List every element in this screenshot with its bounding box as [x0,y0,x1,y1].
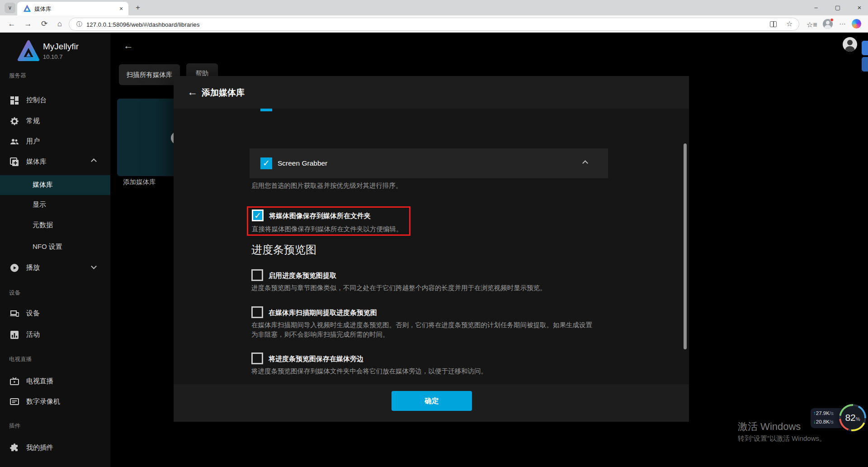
window-minimize-button[interactable]: – [809,2,823,14]
chevron-up-icon [91,158,97,164]
sidebar-subitem-display[interactable]: 显示 [0,195,110,215]
screen-grabber-label: Screen Grabber [278,159,327,167]
browser-reload-button[interactable]: ⟳ [39,19,50,29]
dialog-header: ← 添加媒体库 [174,76,689,109]
dashboard-icon [10,96,19,105]
dialog-back-icon[interactable]: ← [187,86,198,98]
save-images-checkbox[interactable]: ✓ [252,210,264,221]
sidebar-item-myplugins[interactable]: 我的插件 [0,438,110,458]
copilot-icon[interactable] [852,19,861,29]
add-library-dialog: ← 添加媒体库 ✓ Screen Grabber 启用您首选的图片获取器并按优先… [174,76,689,422]
play-circle-icon [10,263,19,272]
browser-forward-button[interactable]: → [23,19,33,29]
download-speed: ↓20.8K/s [813,419,834,424]
sidebar-subitem-label: 元数据 [33,221,53,229]
sidebar-item-dashboard[interactable]: 控制台 [0,91,110,110]
address-bar[interactable]: ⓘ 127.0.0.1:58096/web/#/dashboard/librar… [69,18,799,31]
trickplay-enable-checkbox[interactable] [251,269,263,281]
tab-title: 媒体库 [34,5,52,13]
split-screen-icon[interactable] [770,21,777,27]
trickplay-scan-helper: 在媒体库扫描期间导入视频时生成进度条预览图。否则，它们将在进度条预览图的计划任务… [251,320,613,339]
library-icon [10,157,19,167]
browser-toolbar: ← → ⟳ ⌂ ⓘ 127.0.0.1:58096/web/#/dashboar… [0,15,868,33]
sidebar-item-label: 媒体库 [26,157,47,166]
sidebar-section-plugins: 插件 [9,422,20,430]
profile-notification-dot [830,18,834,22]
sidebar-item-dvr[interactable]: 数字录像机 [0,392,110,412]
browser-back-button[interactable]: ← [6,19,17,29]
dialog-footer: 确定 [174,384,689,422]
sidebar-section-livetv: 电视直播 [9,356,32,363]
sidebar-item-label: 电视直播 [26,377,53,386]
sidebar-item-livetv[interactable]: 电视直播 [0,372,110,391]
sidebar-item-playback[interactable]: 播放 [0,258,110,278]
upload-value: 27.9K [816,410,830,416]
sidebar-item-devices[interactable]: 设备 [0,304,110,324]
browser-menu-ellipsis-icon[interactable]: … [839,18,846,26]
highlight-red-box: ✓ 将媒体图像保存到媒体所在文件夹 直接将媒体图像保存到媒体所在文件夹以方便编辑… [247,206,410,236]
sidebar: MyJellyfir 10.10.7 服务器 控制台 常规 用户 [0,33,110,467]
edge-flyout-icon-bottom[interactable] [862,57,868,71]
gauge-inner: 82% [841,406,864,429]
app-name: MyJellyfir [43,42,79,52]
new-tab-button[interactable]: + [134,4,142,12]
activity-chart-icon [10,330,19,339]
sidebar-section-devices: 设备 [9,289,20,297]
add-library-card-label: 添加媒体库 [123,178,156,186]
sidebar-item-label: 播放 [26,263,40,272]
plugin-puzzle-icon [10,443,19,453]
performance-gauge[interactable]: 82% [839,404,866,431]
ok-button[interactable]: 确定 [392,391,472,411]
trickplay-scan-label: 在媒体库扫描期间提取进度条预览图 [269,309,377,317]
sidebar-item-label: 用户 [26,137,40,146]
avatar-head-shape [847,40,853,45]
sidebar-subitem-metadata[interactable]: 元数据 [0,215,110,235]
sidebar-subitem-label: 显示 [33,200,46,209]
window-close-button[interactable]: × [853,2,866,14]
sidebar-item-users[interactable]: 用户 [0,132,110,152]
favorite-star-icon[interactable]: ☆ [786,19,793,28]
dialog-scrollbar-thumb[interactable] [684,143,687,349]
trickplay-sidecar-helper: 将进度条预览图保存到媒体文件夹中会将它们放在媒体旁边，以便于迁移和访问。 [251,367,487,376]
edge-flyout-icon-top[interactable] [862,41,868,55]
site-info-icon[interactable]: ⓘ [76,20,82,29]
tab-list-chevron-icon[interactable]: ∨ [5,3,15,13]
sidebar-subitem-label: NFO 设置 [33,243,62,251]
screen-grabber-checkbox[interactable]: ✓ [260,157,272,169]
sidebar-item-activity[interactable]: 活动 [0,325,110,345]
favorites-bar-icon[interactable]: ☆≡ [807,20,817,29]
trickplay-heading: 进度条预览图 [251,243,316,257]
sidebar-subitem-nfo[interactable]: NFO 设置 [0,237,110,257]
sidebar-subitem-libraries-selected[interactable]: 媒体库 [0,175,110,195]
tab-close-icon[interactable]: × [118,5,125,12]
upload-speed: ↑27.9K/s [813,410,834,416]
sidebar-item-label: 活动 [26,330,40,339]
user-avatar[interactable] [843,37,857,52]
sidebar-section-server: 服务器 [9,72,26,80]
move-up-chevron-icon[interactable] [582,160,588,166]
download-unit: /s [830,419,834,424]
page-back-icon[interactable]: ← [123,40,133,52]
jellyfin-logo [17,40,40,62]
sidebar-item-label: 设备 [26,309,40,318]
cutoff-checkbox-sliver [260,109,272,111]
sidebar-item-general[interactable]: 常规 [0,111,110,131]
window-maximize-button[interactable]: ▢ [831,2,844,14]
chevron-down-icon [91,263,97,269]
trickplay-sidecar-checkbox[interactable] [251,353,263,364]
users-icon [10,137,19,146]
browser-tab[interactable]: 媒体库 × [17,2,128,15]
fetcher-row-screen-grabber[interactable]: ✓ Screen Grabber [250,148,608,178]
browser-home-button[interactable]: ⌂ [54,19,65,29]
gauge-percent: 82 [845,412,855,423]
net-speed-widget[interactable]: ↑27.9K/s ↓20.8K/s [811,408,842,428]
trickplay-enable-helper: 进度条预览图与章节图像类似，不同之处在于它们跨越整个内容的长度并用于在浏览视频时… [251,283,547,293]
upload-unit: /s [830,410,834,416]
app-version: 10.10.7 [43,53,62,60]
scan-all-libraries-button[interactable]: 扫描所有媒体库 [119,64,180,85]
sidebar-item-label: 控制台 [26,96,47,105]
sidebar-item-label: 数字录像机 [26,397,60,406]
sidebar-item-libraries[interactable]: 媒体库 [0,152,110,172]
add-library-card[interactable] [117,99,175,176]
trickplay-scan-checkbox[interactable] [251,306,263,318]
